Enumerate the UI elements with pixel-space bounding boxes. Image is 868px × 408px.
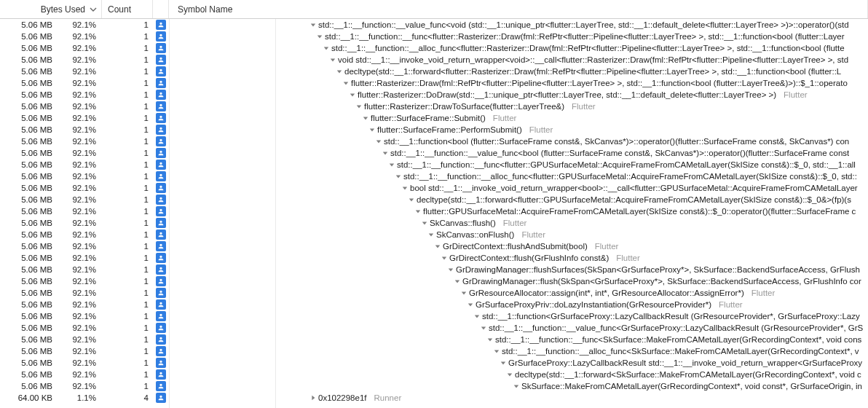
table-row[interactable]: 5.06 MB92.1%1GrDrawingManager::flushSurf… (0, 264, 868, 275)
table-row[interactable]: 5.06 MB92.1%1std::__1::__function::__fun… (0, 31, 868, 42)
chevron-down-icon[interactable] (382, 149, 389, 157)
table-row[interactable]: 5.06 MB92.1%1std::__1::function<GrSurfac… (0, 310, 868, 322)
table-row[interactable]: 5.06 MB92.1%1std::__1::__function::__val… (0, 147, 868, 159)
chevron-down-icon[interactable] (368, 126, 376, 133)
person-icon (156, 311, 166, 321)
chevron-down-icon[interactable] (401, 184, 409, 192)
table-row[interactable]: 5.06 MB92.1%1std::__1::__function::__fun… (0, 334, 868, 345)
chevron-down-icon[interactable] (493, 348, 500, 355)
chevron-down-icon[interactable] (427, 231, 435, 238)
chevron-down-icon[interactable] (486, 336, 494, 343)
cell-bytes: 5.06 MB92.1% (0, 182, 102, 194)
chevron-down-icon[interactable] (434, 243, 441, 250)
cell-symbol: GrDrawingManager::flush(SkSpan<GrSurface… (169, 275, 868, 287)
symbol-text: std::__1::__function::__alloc_func<flutt… (331, 42, 845, 54)
table-row[interactable]: 5.06 MB92.1%1void std::__1::__invoke_voi… (0, 54, 868, 66)
chevron-down-icon[interactable] (323, 44, 330, 52)
chevron-down-icon[interactable] (349, 91, 356, 98)
library-text: Flutter (529, 124, 553, 136)
table-row[interactable]: 5.06 MB92.1%1std::__1::__function::__all… (0, 170, 868, 182)
chevron-down-icon[interactable] (309, 21, 317, 28)
table-row[interactable]: 5.06 MB92.1%1flutter::SurfaceFrame::Subm… (0, 112, 868, 124)
cell-icon (153, 358, 169, 368)
symbol-text: GrDirectContext::flushAndSubmit(bool) (443, 240, 588, 252)
cell-bytes: 5.06 MB92.1% (0, 54, 102, 66)
table-row[interactable]: 5.06 MB92.1%1std::__1::__function::__fun… (0, 159, 868, 170)
chevron-down-icon[interactable] (362, 114, 369, 122)
chevron-down-icon[interactable] (454, 278, 461, 285)
table-row[interactable]: 5.06 MB92.1%1decltype(std::__1::forward<… (0, 66, 868, 77)
table-row[interactable]: 5.06 MB92.1%1std::__1::function<bool (fl… (0, 136, 868, 147)
chevron-down-icon[interactable] (467, 301, 474, 308)
cell-icon (153, 125, 169, 135)
table-row[interactable]: 5.06 MB92.1%1flutter::SurfaceFrame::Perf… (0, 124, 868, 136)
cell-bytes: 5.06 MB92.1% (0, 31, 102, 42)
table-row[interactable]: 5.06 MB92.1%1GrSurfaceProxy::LazyCallbac… (0, 357, 868, 369)
chevron-down-icon[interactable] (375, 138, 382, 145)
cell-count: 1 (102, 310, 153, 322)
chevron-down-icon[interactable] (408, 196, 415, 203)
chevron-down-icon[interactable] (500, 359, 507, 366)
cell-icon (153, 230, 169, 240)
table-row[interactable]: 5.06 MB92.1%1decltype(std::__1::forward<… (0, 194, 868, 205)
cell-icon (153, 299, 169, 310)
chevron-down-icon[interactable] (480, 324, 487, 332)
chevron-down-icon[interactable] (447, 266, 454, 273)
library-text: Flutter (751, 287, 776, 299)
table-row[interactable]: 5.06 MB92.1%1GrDrawingManager::flush(SkS… (0, 275, 868, 287)
library-text: Flutter (503, 217, 527, 229)
column-header-symbol[interactable]: Symbol Name (169, 0, 868, 18)
cell-icon (153, 381, 169, 391)
table-row[interactable]: 5.06 MB92.1%1decltype(std::__1::forward<… (0, 369, 868, 380)
cell-symbol: GrDirectContext::flush(GrFlushInfo const… (169, 252, 868, 264)
chevron-down-icon[interactable] (388, 161, 395, 168)
chevron-down-icon[interactable] (316, 33, 323, 40)
chevron-down-icon[interactable] (506, 371, 513, 378)
column-header-icon[interactable] (153, 0, 169, 18)
table-row[interactable]: 5.06 MB92.1%1SkCanvas::flush()Flutter (0, 217, 868, 229)
table-row[interactable]: 5.06 MB92.1%1std::__1::__function::__val… (0, 322, 868, 334)
chevron-down-icon[interactable] (441, 254, 448, 262)
chevron-down-icon[interactable] (460, 289, 467, 297)
cell-count: 1 (102, 369, 153, 380)
table-row[interactable]: 5.06 MB92.1%1flutter::Rasterizer::DrawTo… (0, 101, 868, 112)
column-header-count[interactable]: Count (102, 0, 153, 18)
chevron-right-icon[interactable] (309, 394, 317, 401)
cell-count: 1 (102, 66, 153, 77)
column-header-bytes[interactable]: Bytes Used (0, 0, 102, 18)
person-icon (156, 136, 166, 146)
person-icon (156, 66, 166, 76)
chevron-down-icon[interactable] (395, 173, 402, 180)
table-row[interactable]: 5.06 MB92.1%1std::__1::__function::__val… (0, 19, 868, 31)
chevron-down-icon[interactable] (513, 382, 520, 390)
table-row[interactable]: 5.06 MB92.1%1GrDirectContext::flush(GrFl… (0, 252, 868, 264)
table-row[interactable]: 5.06 MB92.1%1GrSurfaceProxyPriv::doLazyI… (0, 299, 868, 310)
table-row[interactable]: 5.06 MB92.1%1SkSurface::MakeFromCAMetalL… (0, 380, 868, 392)
cell-icon (153, 334, 169, 345)
table-row[interactable]: 5.06 MB92.1%1std::__1::__function::__all… (0, 42, 868, 54)
table-row[interactable]: 5.06 MB92.1%1SkCanvas::onFlush()Flutter (0, 229, 868, 240)
table-body[interactable]: 5.06 MB92.1%1std::__1::__function::__val… (0, 19, 868, 408)
chevron-down-icon[interactable] (421, 219, 428, 227)
chevron-down-icon[interactable] (473, 313, 481, 320)
table-row[interactable]: 5.06 MB92.1%1bool std::__1::__invoke_voi… (0, 182, 868, 194)
table-row[interactable]: 5.06 MB92.1%1GrResourceAllocator::assign… (0, 287, 868, 299)
chevron-down-icon[interactable] (355, 103, 363, 110)
chevron-down-icon[interactable] (329, 56, 336, 63)
person-icon (156, 101, 166, 111)
cell-icon (153, 253, 169, 263)
bytes-value: 5.06 MB (9, 66, 52, 77)
chevron-down-icon[interactable] (414, 208, 422, 215)
bytes-value: 5.06 MB (9, 299, 52, 310)
chevron-down-icon[interactable] (336, 68, 343, 75)
table-row[interactable]: 5.06 MB92.1%1flutter::Rasterizer::Draw(f… (0, 77, 868, 89)
cell-count: 1 (102, 357, 153, 369)
table-row[interactable]: 5.06 MB92.1%1flutter::Rasterizer::DoDraw… (0, 89, 868, 101)
percent-value: 92.1% (64, 112, 96, 124)
table-row[interactable]: 5.06 MB92.1%1GrDirectContext::flushAndSu… (0, 240, 868, 252)
chevron-down-icon[interactable] (342, 79, 350, 87)
cell-icon (153, 241, 169, 251)
table-row[interactable]: 64.00 KB1.1%40x102298e1fRunner (0, 392, 868, 404)
table-row[interactable]: 5.06 MB92.1%1std::__1::__function::__all… (0, 345, 868, 357)
table-row[interactable]: 5.06 MB92.1%1flutter::GPUSurfaceMetal::A… (0, 205, 868, 217)
